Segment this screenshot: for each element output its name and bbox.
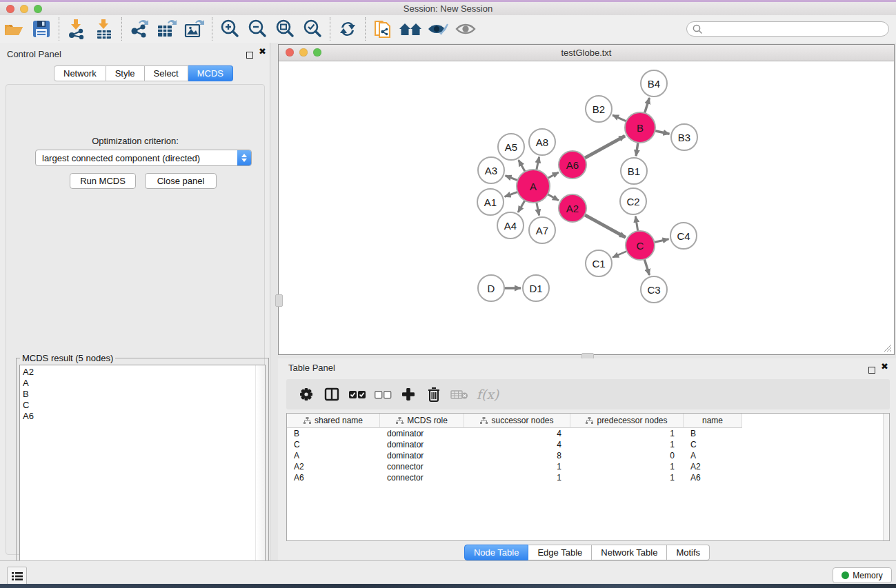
cell-name[interactable]: A2	[684, 461, 742, 472]
graph-node-B4[interactable]: B4	[640, 70, 668, 97]
cell-predecessor-nodes[interactable]: 0	[570, 450, 684, 461]
minimize-view-button[interactable]	[299, 48, 308, 57]
edge-A-A2[interactable]	[548, 194, 559, 201]
table-row[interactable]: Bdominator41B	[287, 428, 889, 439]
edge-A-A4[interactable]	[518, 201, 525, 212]
cell-predecessor-nodes[interactable]: 1	[570, 472, 684, 483]
graph-node-B[interactable]: B	[624, 112, 656, 143]
edge-C-C3[interactable]	[644, 259, 649, 275]
close-window-button[interactable]	[6, 5, 14, 13]
table-settings-button[interactable]	[293, 382, 319, 407]
window-resize-grip[interactable]	[882, 343, 892, 352]
zoom-selected-button[interactable]	[299, 17, 326, 41]
edge-A-A6[interactable]	[548, 172, 559, 179]
graph-node-A2[interactable]: A2	[558, 194, 587, 223]
edge-A6-B[interactable]	[585, 136, 626, 158]
save-session-button[interactable]	[28, 17, 55, 41]
cell-successor-nodes[interactable]: 1	[464, 472, 570, 483]
zoom-out-button[interactable]	[243, 17, 271, 41]
graph-node-A3[interactable]: A3	[477, 156, 505, 184]
list-scrollbar[interactable]	[255, 365, 265, 585]
graph-node-C2[interactable]: C2	[619, 187, 647, 215]
task-history-button[interactable]	[7, 567, 27, 586]
mcds-result-item[interactable]: A2	[20, 367, 265, 378]
function-builder-button[interactable]: f(x)	[472, 382, 504, 407]
graph-node-D[interactable]: D	[477, 274, 505, 302]
table-row[interactable]: A2connector11A2	[287, 461, 889, 472]
graph-node-B3[interactable]: B3	[670, 123, 698, 151]
graph-node-A4[interactable]: A4	[497, 212, 524, 239]
vertical-split-grip[interactable]	[275, 294, 283, 307]
close-table-panel-icon[interactable]: ✖	[881, 363, 888, 370]
graph-node-A6[interactable]: A6	[558, 150, 587, 179]
cell-name[interactable]: C	[684, 439, 742, 450]
tab-node-table[interactable]: Node Table	[464, 545, 529, 560]
column-header-shared-name[interactable]: shared name	[287, 414, 380, 428]
column-header-predecessor-nodes[interactable]: predecessor nodes	[570, 414, 684, 428]
criterion-dropdown[interactable]: largest connected component (directed)	[35, 150, 252, 166]
cell-shared-name[interactable]: A2	[287, 461, 380, 472]
edge-C-C2[interactable]	[635, 216, 637, 232]
cell-MCDS-role[interactable]: dominator	[380, 439, 464, 450]
graph-node-D1[interactable]: D1	[522, 274, 550, 302]
node-table[interactable]: shared nameMCDS rolesuccessor nodesprede…	[286, 413, 890, 541]
edge-C-C4[interactable]	[654, 239, 668, 243]
cell-predecessor-nodes[interactable]: 1	[570, 439, 684, 450]
cell-shared-name[interactable]: A	[287, 450, 380, 461]
graph-node-A[interactable]: A	[516, 169, 550, 203]
graph-node-C[interactable]: C	[625, 230, 655, 261]
cell-predecessor-nodes[interactable]: 1	[570, 461, 684, 472]
table-row[interactable]: A6connector11A6	[287, 472, 889, 483]
cell-shared-name[interactable]: A6	[287, 472, 380, 483]
edge-B-B4[interactable]	[645, 98, 650, 113]
graph-node-A5[interactable]: A5	[497, 133, 525, 161]
close-panel-icon[interactable]: ✖	[259, 48, 266, 55]
column-header-successor-nodes[interactable]: successor nodes	[464, 414, 570, 428]
tab-style[interactable]: Style	[106, 65, 145, 81]
graph-node-A7[interactable]: A7	[528, 216, 556, 244]
add-row-button[interactable]	[395, 382, 421, 407]
cell-successor-nodes[interactable]: 8	[464, 450, 570, 461]
run-mcds-button[interactable]: Run MCDS	[70, 173, 136, 189]
close-view-button[interactable]	[286, 48, 294, 57]
export-table-button[interactable]	[153, 17, 181, 41]
network-window-titlebar[interactable]: testGlobe.txt	[279, 45, 894, 61]
export-image-button[interactable]	[181, 17, 208, 41]
float-table-panel-icon[interactable]	[868, 364, 875, 376]
search-input[interactable]	[686, 21, 889, 37]
edge-A-A5[interactable]	[519, 160, 525, 172]
edge-B-B3[interactable]	[655, 131, 669, 134]
tab-mcds[interactable]: MCDS	[188, 65, 233, 81]
column-header-MCDS-role[interactable]: MCDS role	[380, 414, 464, 428]
tab-edge-table[interactable]: Edge Table	[528, 545, 592, 560]
deselect-all-button[interactable]	[370, 382, 395, 407]
import-table-button[interactable]	[90, 17, 118, 41]
mcds-result-item[interactable]: C	[20, 400, 265, 411]
edge-C-C1[interactable]	[613, 251, 627, 257]
edge-A-A7[interactable]	[537, 203, 539, 216]
home-button[interactable]	[397, 17, 424, 41]
export-network-button[interactable]	[126, 17, 153, 41]
float-panel-icon[interactable]	[246, 49, 253, 61]
column-header-name[interactable]: name	[684, 414, 742, 428]
import-network-button[interactable]	[63, 17, 90, 41]
tab-network[interactable]: Network	[54, 65, 106, 81]
cell-name[interactable]: B	[684, 428, 742, 439]
table-row[interactable]: Adominator80A	[287, 450, 889, 461]
mcds-result-item[interactable]: B	[20, 389, 265, 400]
copy-view-button[interactable]	[369, 17, 397, 41]
hide-panels-button[interactable]	[424, 17, 452, 41]
cell-MCDS-role[interactable]: dominator	[380, 450, 464, 461]
mcds-result-item[interactable]: A	[20, 378, 265, 389]
edge-A-A3[interactable]	[506, 176, 518, 181]
mcds-result-item[interactable]: A6	[20, 411, 265, 422]
select-all-button[interactable]	[344, 382, 370, 407]
tab-network-table[interactable]: Network Table	[592, 545, 667, 560]
edge-A-A1[interactable]	[505, 192, 518, 196]
cell-shared-name[interactable]: B	[287, 428, 380, 439]
mcds-result-list[interactable]: A2ABCA6	[19, 365, 266, 586]
delete-table-button[interactable]	[446, 382, 472, 407]
cell-MCDS-role[interactable]: connector	[380, 461, 464, 472]
graph-node-C3[interactable]: C3	[640, 276, 668, 303]
zoom-window-button[interactable]	[34, 5, 42, 13]
